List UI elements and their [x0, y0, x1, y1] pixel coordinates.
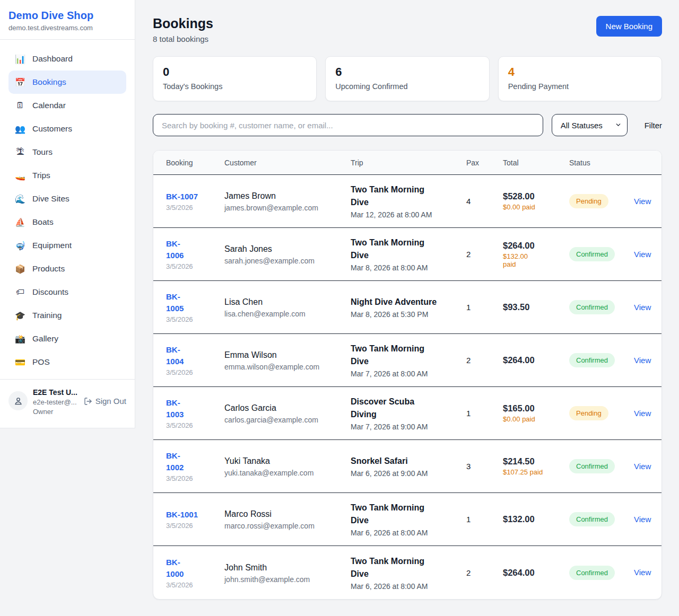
customer-name: Carlos Garcia: [224, 402, 351, 414]
status-select[interactable]: All Statuses: [552, 114, 628, 136]
filter-button[interactable]: Filter: [645, 121, 662, 130]
customer-email: emma.wilson@example.com: [224, 363, 351, 371]
booking-date: 3/5/2026: [166, 421, 224, 429]
sidebar-item-gallery[interactable]: 📸 Gallery: [8, 327, 126, 350]
sidebar-item-label: POS: [32, 357, 50, 367]
status-cell: Confirmed: [569, 300, 634, 314]
view-link[interactable]: View: [634, 197, 651, 206]
booking-id-link[interactable]: BK-1001: [166, 509, 198, 521]
user-role: Owner: [33, 407, 79, 416]
bookings-icon: 📅: [15, 77, 25, 87]
customers-icon: 👥: [15, 124, 25, 134]
booking-cell: BK- 1002 3/5/2026: [166, 450, 224, 482]
trips-icon: 🚤: [15, 171, 25, 181]
booking-cell: BK- 1000 3/5/2026: [166, 557, 224, 589]
table-row: BK- 1005 3/5/2026 Lisa Chen lisa.chen@ex…: [153, 281, 661, 334]
booking-id-link[interactable]: BK- 1006: [166, 238, 184, 261]
status-cell: Confirmed: [569, 566, 634, 580]
action-cell: View: [634, 568, 650, 577]
booking-date: 3/5/2026: [166, 262, 224, 270]
booking-id-link[interactable]: BK- 1003: [166, 397, 184, 420]
boats-icon: ⛵: [15, 217, 25, 227]
sidebar-item-bookings[interactable]: 📅 Bookings: [8, 71, 126, 94]
table-body: BK-1007 3/5/2026 James Brown james.brown…: [153, 175, 661, 599]
table-row: BK- 1004 3/5/2026 Emma Wilson emma.wilso…: [153, 334, 661, 387]
sidebar-item-discounts[interactable]: 🏷 Discounts: [8, 280, 126, 304]
trip-cell: Two Tank Morning Dive Mar 6, 2026 at 8:0…: [351, 555, 466, 591]
stat-card-upcoming-confirmed: 6 Upcoming Confirmed: [325, 56, 489, 101]
customer-email: john.smith@example.com: [224, 575, 351, 584]
pax-cell: 1: [466, 409, 503, 418]
stats-row: 0 Today's Bookings 6 Upcoming Confirmed …: [153, 56, 662, 101]
customer-cell: Carlos Garcia carlos.garcia@example.com: [224, 402, 351, 424]
booking-cell: BK-1007 3/5/2026: [166, 191, 224, 212]
col-header-total: Total: [503, 159, 569, 167]
new-booking-button[interactable]: New Booking: [596, 16, 662, 37]
sign-out-button[interactable]: Sign Out: [84, 397, 126, 406]
total-cell: $528.00 $0.00 paid: [503, 191, 569, 211]
booking-id-link[interactable]: BK- 1002: [166, 450, 184, 473]
paid-amount: $107.25 paid: [503, 468, 556, 476]
sidebar-item-label: Training: [32, 311, 62, 320]
sidebar-item-tours[interactable]: 🏝 Tours: [8, 140, 126, 164]
pos-icon: 💳: [15, 357, 25, 367]
booking-id-link[interactable]: BK- 1004: [166, 344, 184, 367]
table-header-row: Booking Customer Trip Pax Total Status: [153, 151, 661, 175]
stat-value: 4: [508, 65, 652, 79]
sidebar-item-training[interactable]: 🎓 Training: [8, 304, 126, 327]
booking-date: 3/5/2026: [166, 204, 224, 212]
trip-cell: Two Tank Morning Dive Mar 8, 2026 at 8:0…: [351, 236, 466, 272]
view-link[interactable]: View: [634, 250, 651, 259]
filter-row: All Statuses Filter: [153, 114, 662, 136]
action-cell: View: [634, 462, 650, 471]
training-icon: 🎓: [15, 311, 25, 321]
view-link[interactable]: View: [634, 462, 651, 471]
customer-email: yuki.tanaka@example.com: [224, 469, 351, 477]
view-link[interactable]: View: [634, 515, 651, 524]
sidebar-item-label: Equipment: [32, 241, 72, 250]
booking-date: 3/5/2026: [166, 368, 224, 376]
trip-datetime: Mar 6, 2026 at 8:00 AM: [351, 529, 466, 537]
trip-datetime: Mar 6, 2026 at 9:00 AM: [351, 469, 466, 478]
view-link[interactable]: View: [634, 409, 651, 418]
total-amount: $264.00: [503, 241, 569, 251]
sidebar-item-equipment[interactable]: 🤿 Equipment: [8, 234, 126, 257]
stat-label: Today's Bookings: [163, 82, 307, 91]
customer-cell: Emma Wilson emma.wilson@example.com: [224, 349, 351, 371]
col-header-trip: Trip: [351, 159, 466, 167]
sidebar-item-boats[interactable]: ⛵ Boats: [8, 210, 126, 234]
sidebar-item-dashboard[interactable]: 📊 Dashboard: [8, 47, 126, 71]
view-link[interactable]: View: [634, 303, 651, 312]
sidebar-item-dive-sites[interactable]: 🌊 Dive Sites: [8, 187, 126, 210]
booking-cell: BK- 1006 3/5/2026: [166, 238, 224, 270]
search-input[interactable]: [153, 114, 543, 136]
status-cell: Confirmed: [569, 459, 634, 473]
sidebar-item-pos[interactable]: 💳 POS: [8, 350, 126, 374]
booking-id-link[interactable]: BK- 1005: [166, 291, 184, 314]
total-amount: $264.00: [503, 355, 569, 365]
sidebar-item-customers[interactable]: 👥 Customers: [8, 117, 126, 140]
view-link[interactable]: View: [634, 356, 651, 365]
booking-cell: BK- 1004 3/5/2026: [166, 344, 224, 376]
trip-datetime: Mar 7, 2026 at 9:00 AM: [351, 423, 466, 431]
table-row: BK- 1000 3/5/2026 John Smith john.smith@…: [153, 546, 661, 599]
sidebar-item-trips[interactable]: 🚤 Trips: [8, 164, 126, 187]
stat-value: 0: [163, 65, 307, 79]
sidebar-item-calendar[interactable]: 🗓 Calendar: [8, 94, 126, 117]
sidebar-item-products[interactable]: 📦 Products: [8, 257, 126, 280]
booking-id-link[interactable]: BK- 1000: [166, 557, 184, 580]
trip-cell: Night Dive Adventure Mar 8, 2026 at 5:30…: [351, 296, 466, 319]
total-amount: $528.00: [503, 191, 569, 201]
status-cell: Confirmed: [569, 512, 634, 526]
action-cell: View: [634, 515, 650, 524]
pax-cell: 2: [466, 250, 503, 259]
pax-cell: 2: [466, 356, 503, 365]
action-cell: View: [634, 356, 650, 365]
table-row: BK-1001 3/5/2026 Marco Rossi marco.rossi…: [153, 493, 661, 546]
sidebar-item-label: Gallery: [32, 334, 58, 344]
total-cell: $264.00: [503, 355, 569, 365]
customer-name: Marco Rossi: [224, 508, 351, 520]
view-link[interactable]: View: [634, 568, 651, 577]
customer-email: marco.rossi@example.com: [224, 522, 351, 530]
booking-id-link[interactable]: BK-1007: [166, 191, 198, 203]
